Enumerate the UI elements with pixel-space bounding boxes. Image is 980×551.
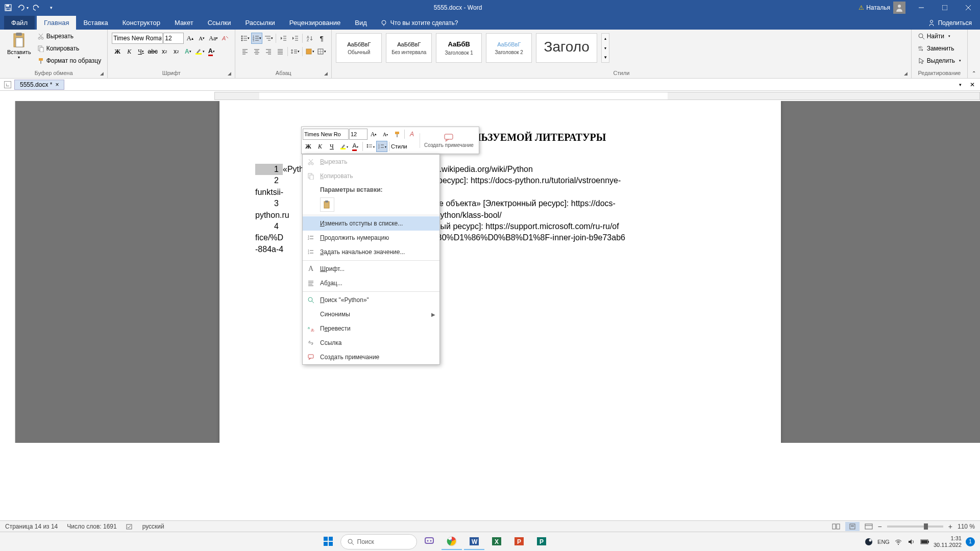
avatar[interactable]	[893, 2, 905, 14]
maximize-button[interactable]	[933, 0, 957, 15]
format-painter-button[interactable]: Формат по образцу	[35, 55, 104, 66]
cm-paste-keep-source[interactable]	[320, 197, 334, 212]
mini-numbering[interactable]: 12▾	[376, 141, 387, 152]
mini-shrink-font[interactable]: A▾	[380, 129, 391, 140]
sort-button[interactable]: AZ	[304, 33, 315, 44]
paragraph-launcher[interactable]: ◢	[324, 71, 330, 77]
cm-paragraph[interactable]: Абзац...	[303, 276, 439, 290]
tray-notifications[interactable]: 1	[966, 537, 975, 546]
zoom-in[interactable]: +	[948, 522, 952, 531]
view-read-mode[interactable]	[829, 522, 843, 531]
mini-font-name[interactable]	[303, 129, 349, 140]
tray-language[interactable]: ENG	[877, 539, 890, 545]
style-normal[interactable]: АаБбВвГОбычный	[336, 33, 382, 63]
grow-font-button[interactable]: A▴	[184, 33, 195, 44]
mini-italic[interactable]: К	[314, 141, 326, 152]
view-print-layout[interactable]	[845, 522, 860, 531]
status-words[interactable]: Число слов: 1691	[67, 523, 116, 530]
multilevel-list-button[interactable]: ▾	[263, 33, 274, 44]
tab-references[interactable]: Ссылки	[201, 16, 238, 30]
tab-insert[interactable]: Вставка	[76, 16, 115, 30]
font-color-button[interactable]: A▾	[206, 46, 217, 57]
clear-formatting-button[interactable]: A	[219, 33, 231, 44]
tell-me[interactable]: Что вы хотите сделать?	[374, 16, 464, 30]
mini-bullets[interactable]: ▾	[364, 141, 376, 152]
taskbar-chat[interactable]	[419, 534, 439, 550]
align-left-button[interactable]	[239, 46, 251, 57]
copy-button[interactable]: Копировать	[35, 43, 104, 54]
status-proofing[interactable]	[126, 523, 133, 530]
tray-date[interactable]: 30.11.2022	[934, 542, 962, 548]
zoom-slider[interactable]	[887, 525, 943, 528]
collapse-ribbon-button[interactable]: ⌃	[972, 70, 976, 76]
tab-file[interactable]: Файл	[4, 16, 35, 30]
status-language[interactable]: русский	[142, 523, 164, 530]
paste-button[interactable]: Вставить ▾	[4, 31, 34, 61]
shrink-font-button[interactable]: A▾	[196, 33, 207, 44]
tab-mailings[interactable]: Рассылки	[238, 16, 282, 30]
font-launcher[interactable]: ◢	[228, 71, 234, 77]
change-case-button[interactable]: Aa▾	[208, 33, 219, 44]
horizontal-ruler[interactable]	[0, 91, 980, 101]
undo-button[interactable]: ▾	[16, 2, 29, 14]
mini-highlight[interactable]: ▾	[338, 141, 349, 152]
mini-underline[interactable]: Ч	[326, 141, 337, 152]
mini-grow-font[interactable]: A▴	[368, 129, 379, 140]
align-center-button[interactable]	[251, 46, 262, 57]
cm-link[interactable]: Ссылка	[303, 336, 439, 350]
mini-styles[interactable]: Стили	[391, 141, 407, 152]
line-spacing-button[interactable]: ▾	[289, 46, 301, 57]
replace-button[interactable]: abЗаменить	[916, 43, 963, 54]
strikethrough-button[interactable]: abc	[147, 46, 158, 57]
cm-new-comment[interactable]: Создать примечание	[303, 350, 439, 364]
status-page[interactable]: Страница 14 из 14	[5, 523, 58, 530]
decrease-indent-button[interactable]	[278, 33, 289, 44]
cm-smart-lookup[interactable]: Поиск "«Python»"	[303, 293, 439, 307]
close-button[interactable]	[957, 0, 980, 15]
mini-format-painter[interactable]	[391, 129, 403, 140]
show-marks-button[interactable]: ¶	[316, 33, 327, 44]
close-window-x[interactable]: ✕	[967, 79, 978, 90]
tab-view[interactable]: Вид	[348, 16, 374, 30]
clipboard-launcher[interactable]: ◢	[100, 71, 106, 77]
taskbar-excel[interactable]: X	[486, 534, 507, 550]
style-gallery-scroll[interactable]: ▴▾▼	[601, 33, 609, 63]
share-button[interactable]: Поделиться	[920, 16, 980, 30]
close-doc-tab[interactable]: ×	[55, 81, 59, 88]
customize-qat[interactable]: ▾	[45, 2, 57, 14]
mini-bold[interactable]: Ж	[303, 141, 314, 152]
cm-set-numbering-value[interactable]: 11 Задать начальное значение...	[303, 245, 439, 259]
align-right-button[interactable]	[263, 46, 274, 57]
doc-tab[interactable]: 5555.docx * ×	[14, 80, 64, 90]
cm-adjust-list-indents[interactable]: Изменить отступы в списке...	[303, 216, 439, 231]
taskbar-publisher[interactable]: P	[531, 534, 552, 550]
zoom-out[interactable]: −	[878, 522, 882, 531]
view-web-layout[interactable]	[862, 522, 876, 531]
tab-layout[interactable]: Макет	[167, 16, 201, 30]
tray-battery-icon[interactable]	[920, 537, 929, 546]
find-button[interactable]: Найти▾	[916, 31, 963, 42]
cm-synonyms[interactable]: Синонимы ▶	[303, 307, 439, 321]
mini-clear-format[interactable]: A	[406, 129, 418, 140]
tab-selector[interactable]: ∟	[4, 81, 11, 88]
font-name-select[interactable]	[112, 33, 163, 44]
save-button[interactable]	[2, 2, 14, 14]
text-effects-button[interactable]: A▾	[182, 46, 193, 57]
borders-button[interactable]: ▾	[316, 46, 327, 57]
underline-button[interactable]: Ч▾	[135, 46, 146, 57]
taskbar-search[interactable]: Поиск	[340, 534, 417, 549]
subscript-button[interactable]: x2	[159, 46, 170, 57]
tab-design[interactable]: Конструктор	[115, 16, 167, 30]
vertical-ruler[interactable]	[0, 101, 15, 443]
superscript-button[interactable]: x2	[170, 46, 182, 57]
mini-new-comment[interactable]: Создать примечание	[420, 133, 478, 148]
window-dropdown[interactable]: ▾	[954, 79, 966, 90]
select-button[interactable]: Выделить▾	[916, 55, 963, 66]
tray-time[interactable]: 1:31	[934, 535, 962, 541]
shading-button[interactable]: ▾	[304, 46, 315, 57]
justify-button[interactable]	[275, 46, 286, 57]
tray-wifi-icon[interactable]	[894, 537, 903, 546]
user-name[interactable]: Наталья	[866, 4, 890, 11]
document-scroll[interactable]: СПИСОК ИСПОЛЬЗУЕМОЙ ЛИТЕРАТУРЫ 1«Python»…	[15, 101, 980, 443]
tray-volume-icon[interactable]	[907, 537, 916, 546]
